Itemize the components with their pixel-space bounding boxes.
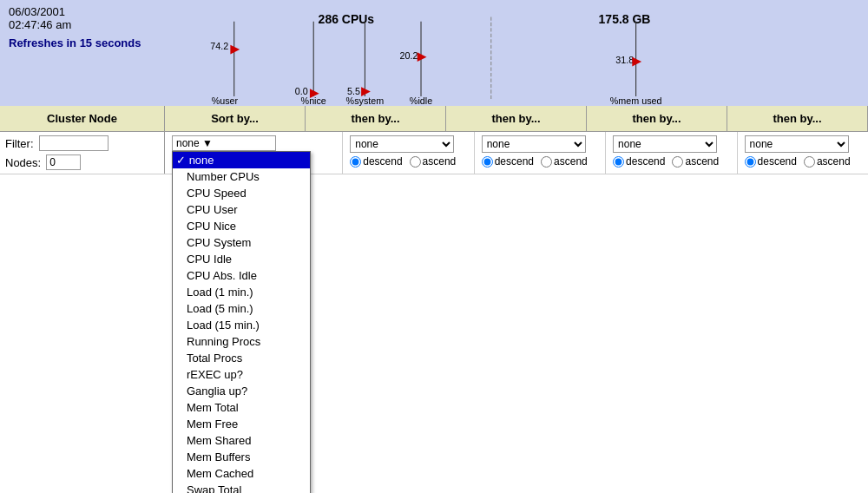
- then-by-section-2: none descend ascend: [475, 132, 606, 174]
- then-by-select-4[interactable]: none: [745, 135, 849, 153]
- menu-item-total-procs[interactable]: Total Procs: [173, 350, 310, 366]
- date-time-panel: 06/03/2001 02:47:46 am Refreshes in 15 s…: [9, 5, 141, 49]
- charts-area: 286 CPUs 175.8 GB 74.2 %user 0.0 %nice 5…: [141, 5, 859, 120]
- iload-marker: [418, 52, 427, 62]
- menu-item-load-1-min[interactable]: Load (1 min.): [173, 284, 310, 300]
- menu-item-mem-shared[interactable]: Mem Shared: [173, 432, 310, 449]
- idle-axis-label: %idle: [410, 95, 432, 106]
- menu-item-mem-buffers[interactable]: Mem Buffers: [173, 449, 310, 465]
- then-by-section-1: none descend ascend: [343, 132, 474, 174]
- filter-nodes-panel: Filter: Nodes:: [0, 132, 165, 174]
- menu-item-cpu-user[interactable]: CPU User: [173, 201, 310, 218]
- menu-item-cpu-system[interactable]: CPU System: [173, 234, 310, 251]
- menu-item-cpu-abs-idle[interactable]: CPU Abs. Idle: [173, 267, 310, 284]
- time-display: 02:47:46 am: [9, 18, 141, 31]
- menu-item-load-5-min[interactable]: Load (5 min.): [173, 300, 310, 317]
- svg-text:20.2: 20.2: [400, 50, 418, 61]
- svg-text:74.2: 74.2: [211, 41, 229, 51]
- nodes-label: Nodes:: [5, 156, 41, 169]
- filter-input[interactable]: [39, 135, 108, 151]
- filter-controls-row: Filter: Nodes: none ▼ noneNumber CPUsCPU…: [0, 132, 868, 174]
- menu-item-cpu-speed[interactable]: CPU Speed: [173, 185, 310, 201]
- then-by-select-1[interactable]: none: [350, 135, 454, 153]
- nice-axis-label: %nice: [301, 95, 326, 106]
- nodes-line: Nodes:: [5, 154, 159, 170]
- menu-item-cpu-idle[interactable]: CPU Idle: [173, 251, 310, 267]
- sort-by-section: none ▼ noneNumber CPUsCPU SpeedCPU UserC…: [165, 132, 343, 174]
- refresh-text: Refreshes in 15 seconds: [9, 36, 141, 49]
- menu-item-number-cpus[interactable]: Number CPUs: [173, 168, 310, 185]
- then-by-section-4: none descend ascend: [738, 132, 868, 174]
- cpu-count-label: 286 CPUs: [319, 12, 375, 26]
- user-axis-label: %user: [212, 95, 239, 106]
- menu-item-mem-total[interactable]: Mem Total: [173, 399, 310, 416]
- nodes-input[interactable]: [46, 154, 81, 170]
- menu-item-load-15-min[interactable]: Load (15 min.): [173, 317, 310, 333]
- sort-by-menu: noneNumber CPUsCPU SpeedCPU UserCPU Nice…: [172, 151, 311, 493]
- mem-axis-label: %mem used: [610, 95, 662, 106]
- menu-item-swap-total[interactable]: Swap Total: [173, 482, 310, 493]
- menu-item-running-procs[interactable]: Running Procs: [173, 333, 310, 350]
- menu-item-mem-free[interactable]: Mem Free: [173, 416, 310, 432]
- menu-item-rexec-up?[interactable]: rEXEC up?: [173, 366, 310, 383]
- filter-label: Filter:: [5, 137, 34, 150]
- filter-line: Filter:: [5, 135, 159, 151]
- user-marker: [231, 45, 240, 55]
- menu-item-mem-cached[interactable]: Mem Cached: [173, 465, 310, 482]
- then-by-section-3: none descend ascend: [606, 132, 737, 174]
- mem-label: 175.8 GB: [599, 12, 651, 26]
- date-display: 06/03/2001: [9, 5, 141, 18]
- svg-text:31.8: 31.8: [616, 55, 635, 65]
- header-section: 06/03/2001 02:47:46 am Refreshes in 15 s…: [0, 0, 868, 106]
- menu-item-cpu-nice[interactable]: CPU Nice: [173, 218, 310, 234]
- sort-by-dropdown-row: none ▼ noneNumber CPUsCPU SpeedCPU UserC…: [172, 135, 335, 151]
- then-by-select-2[interactable]: none: [482, 135, 586, 153]
- system-axis-label: %system: [346, 95, 385, 106]
- mem-marker: [633, 57, 642, 67]
- then-by-select-3[interactable]: none: [613, 135, 717, 153]
- menu-item-none[interactable]: none: [173, 152, 310, 168]
- sort-by-dropdown-container[interactable]: none ▼ noneNumber CPUsCPU SpeedCPU UserC…: [172, 135, 276, 151]
- charts-svg: 286 CPUs 175.8 GB 74.2 %user 0.0 %nice 5…: [141, 12, 842, 106]
- menu-item-ganglia-up?[interactable]: Ganglia up?: [173, 383, 310, 399]
- sort-by-button[interactable]: none ▼: [172, 135, 276, 151]
